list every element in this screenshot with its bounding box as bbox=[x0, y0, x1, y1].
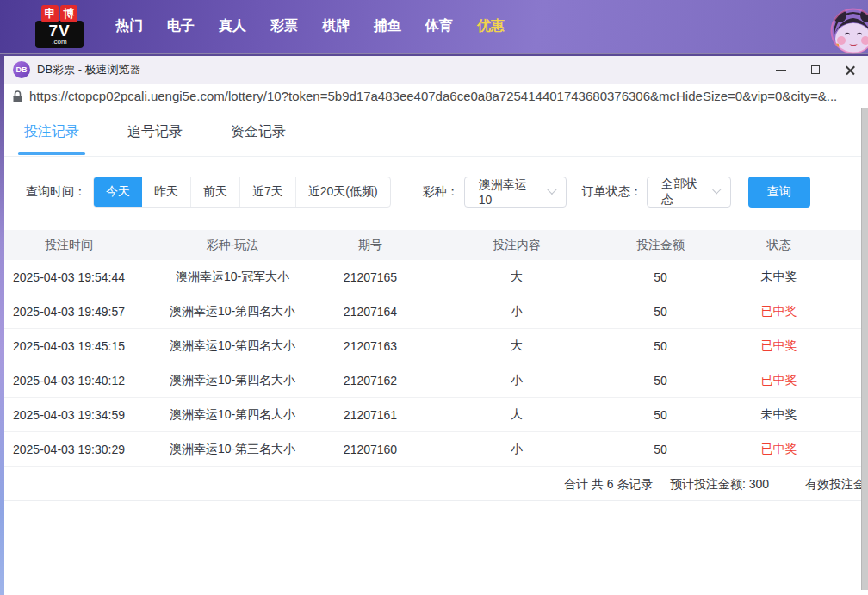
status-badge: 未中奖 bbox=[697, 270, 861, 285]
cell-bet-time: 2025-04-03 19:30:29 bbox=[4, 443, 133, 456]
table-row: 2025-04-03 19:49:57 澳洲幸运10-第四名大小 2120716… bbox=[4, 294, 861, 329]
cell-bet-time: 2025-04-03 19:34:59 bbox=[4, 408, 133, 422]
vertical-scrollbar[interactable] bbox=[861, 108, 868, 590]
search-button[interactable]: 查询 bbox=[748, 177, 810, 208]
tab-chase-records[interactable]: 追号记录 bbox=[127, 123, 183, 141]
maximize-button[interactable] bbox=[809, 64, 822, 76]
cell-bet-amount: 50 bbox=[624, 408, 697, 422]
time-option-yesterday[interactable]: 昨天 bbox=[142, 177, 190, 207]
nav-item-cards[interactable]: 棋牌 bbox=[322, 17, 350, 35]
site-logo[interactable]: 申 博 7V .com bbox=[33, 5, 86, 48]
logo-square-1: 申 bbox=[41, 5, 59, 22]
lottery-page: 投注记录 追号记录 资金记录 查询时间： 今天 昨天 前天 近7天 近20天(低… bbox=[4, 108, 861, 595]
cell-bet-content: 大 bbox=[409, 270, 624, 285]
cell-game-play: 澳洲幸运10-冠军大小 bbox=[133, 270, 332, 285]
maximize-icon bbox=[811, 65, 820, 74]
nav-item-hot[interactable]: 热门 bbox=[115, 17, 143, 35]
time-option-2days-ago[interactable]: 前天 bbox=[190, 177, 239, 207]
table-row: 2025-04-03 19:30:29 澳洲幸运10-第三名大小 2120716… bbox=[4, 432, 861, 467]
summary-valid-amount: 有效投注金 bbox=[805, 467, 861, 501]
status-badge: 已中奖 bbox=[697, 304, 861, 319]
time-option-today[interactable]: 今天 bbox=[94, 177, 142, 207]
filter-bar: 查询时间： 今天 昨天 前天 近7天 近20天(低频) 彩种： 澳洲幸运10 订… bbox=[4, 177, 861, 208]
logo-square-2: 博 bbox=[60, 5, 78, 22]
cell-game-play: 澳洲幸运10-第四名大小 bbox=[133, 338, 332, 354]
nav-item-fishing[interactable]: 捕鱼 bbox=[374, 17, 401, 35]
logo-box: 7V .com bbox=[35, 21, 84, 48]
time-option-20days[interactable]: 近20天(低频) bbox=[295, 177, 390, 207]
logo-brand: 7V bbox=[48, 22, 70, 39]
nav-item-promo[interactable]: 优惠 bbox=[477, 17, 505, 35]
tab-bet-records[interactable]: 投注记录 bbox=[24, 123, 79, 141]
cell-issue: 21207162 bbox=[332, 374, 409, 387]
nav-menu: 热门 电子 真人 彩票 棋牌 捕鱼 体育 优惠 bbox=[115, 17, 505, 35]
cell-bet-amount: 50 bbox=[624, 270, 697, 284]
time-range-group: 今天 昨天 前天 近7天 近20天(低频) bbox=[93, 177, 391, 208]
platform-navbar: 申 博 7V .com 热门 电子 真人 彩票 棋牌 捕鱼 体育 优惠 bbox=[0, 0, 868, 54]
table-row: 2025-04-03 19:34:59 澳洲幸运10-第四名大小 2120716… bbox=[4, 398, 861, 432]
logo-red-squares: 申 博 bbox=[41, 5, 78, 22]
col-bet-amount: 投注金额 bbox=[624, 238, 697, 253]
close-button[interactable] bbox=[844, 64, 856, 76]
table-row: 2025-04-03 19:54:44 澳洲幸运10-冠军大小 21207165… bbox=[4, 260, 861, 294]
table-header-row: 投注时间 彩种-玩法 期号 投注内容 投注金额 状态 bbox=[4, 230, 861, 260]
order-status-value: 全部状态 bbox=[661, 177, 702, 208]
tab-fund-records[interactable]: 资金记录 bbox=[231, 123, 286, 141]
col-game-play: 彩种-玩法 bbox=[133, 238, 332, 253]
cell-issue: 21207164 bbox=[332, 305, 409, 319]
minimize-icon bbox=[776, 70, 786, 71]
window-controls bbox=[775, 64, 856, 76]
cell-bet-content: 大 bbox=[409, 407, 624, 423]
order-status-label: 订单状态： bbox=[582, 184, 642, 200]
summary-total-records: 合计 共 6 条记录 bbox=[564, 467, 653, 501]
avatar-icon bbox=[830, 8, 868, 54]
nav-item-live[interactable]: 真人 bbox=[219, 17, 246, 35]
cell-issue: 21207160 bbox=[332, 443, 409, 456]
lottery-type-value: 澳洲幸运10 bbox=[479, 177, 536, 207]
record-tabs: 投注记录 追号记录 资金记录 bbox=[4, 108, 861, 157]
cell-bet-amount: 50 bbox=[624, 305, 697, 319]
col-status: 状态 bbox=[697, 238, 861, 253]
col-bet-content: 投注内容 bbox=[409, 238, 624, 253]
nav-item-slots[interactable]: 电子 bbox=[167, 17, 195, 35]
status-badge: 已中奖 bbox=[697, 442, 861, 457]
table-summary-row: 合计 共 6 条记录 预计投注金额: 300 有效投注金 bbox=[4, 467, 861, 501]
address-bar[interactable]: https://ctopcp02pcali.uengi5e.com/lotter… bbox=[4, 84, 868, 108]
order-status-select[interactable]: 全部状态 bbox=[647, 177, 731, 208]
nav-item-sports[interactable]: 体育 bbox=[425, 17, 453, 35]
time-filter-label: 查询时间： bbox=[26, 184, 86, 200]
browser-titlebar: DB DB彩票 - 极速浏览器 bbox=[4, 54, 868, 84]
cell-game-play: 澳洲幸运10-第三名大小 bbox=[133, 442, 332, 457]
cell-bet-amount: 50 bbox=[624, 374, 697, 387]
cell-bet-content: 小 bbox=[409, 304, 624, 319]
cell-game-play: 澳洲幸运10-第四名大小 bbox=[133, 304, 332, 319]
window-title: DB彩票 - 极速浏览器 bbox=[37, 62, 141, 77]
time-option-7days[interactable]: 近7天 bbox=[239, 177, 295, 207]
cell-issue: 21207165 bbox=[332, 270, 409, 284]
browser-window: DB DB彩票 - 极速浏览器 https://ctopcp02pcali.ue… bbox=[4, 54, 868, 595]
summary-expected-amount: 预计投注金额: 300 bbox=[670, 467, 769, 501]
cell-bet-time: 2025-04-03 19:54:44 bbox=[4, 270, 133, 284]
status-badge: 未中奖 bbox=[697, 407, 861, 423]
lottery-type-select[interactable]: 澳洲幸运10 bbox=[464, 177, 567, 208]
cell-bet-time: 2025-04-03 19:40:12 bbox=[4, 374, 133, 387]
chevron-down-icon bbox=[547, 185, 556, 195]
cell-bet-content: 小 bbox=[409, 373, 624, 388]
col-issue: 期号 bbox=[332, 238, 409, 253]
avatar[interactable] bbox=[830, 8, 868, 54]
cell-bet-amount: 50 bbox=[624, 339, 697, 353]
minimize-button[interactable] bbox=[775, 64, 787, 76]
nav-item-lottery[interactable]: 彩票 bbox=[270, 17, 298, 35]
table-row: 2025-04-03 19:40:12 澳洲幸运10-第四名大小 2120716… bbox=[4, 363, 861, 398]
cell-bet-amount: 50 bbox=[624, 443, 697, 456]
logo-domain: .com bbox=[52, 39, 66, 46]
chevron-down-icon bbox=[712, 185, 722, 195]
db-browser-icon: DB bbox=[13, 61, 30, 78]
cell-issue: 21207161 bbox=[332, 408, 409, 422]
status-badge: 已中奖 bbox=[697, 338, 861, 354]
cell-bet-content: 大 bbox=[409, 338, 624, 354]
cell-bet-content: 小 bbox=[409, 442, 624, 457]
cell-game-play: 澳洲幸运10-第四名大小 bbox=[133, 373, 332, 388]
url-text[interactable]: https://ctopcp02pcali.uengi5e.com/lotter… bbox=[29, 89, 837, 103]
table-row: 2025-04-03 19:45:15 澳洲幸运10-第四名大小 2120716… bbox=[4, 329, 861, 363]
